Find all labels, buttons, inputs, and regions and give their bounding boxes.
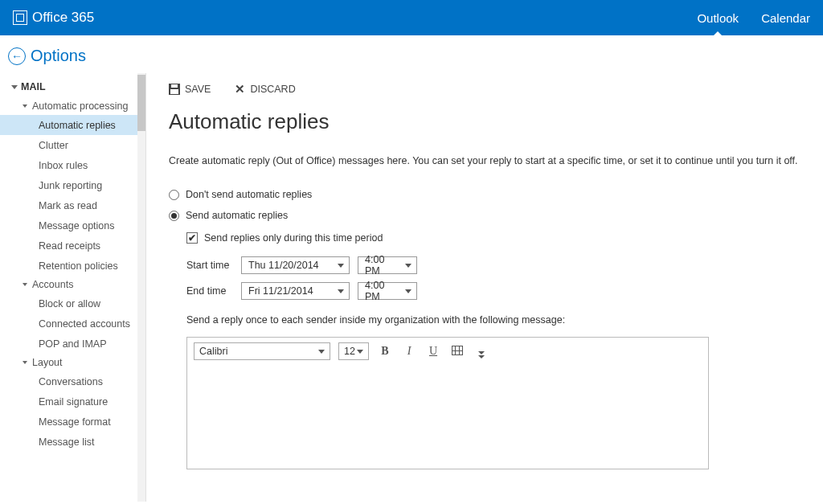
radio-dont-send[interactable]: Don't send automatic replies (169, 189, 804, 200)
chevron-down-icon (338, 264, 344, 268)
sidebar-item-pop-and-imap[interactable]: POP and IMAP (0, 334, 145, 354)
more-format-button[interactable] (473, 344, 489, 359)
end-date-combo[interactable]: Fri 11/21/2014 (241, 282, 350, 300)
nav-calendar[interactable]: Calendar (761, 11, 810, 25)
end-time-row: End time Fri 11/21/2014 4:00 PM (186, 282, 804, 300)
italic-button[interactable]: I (401, 345, 417, 358)
sidebar-item-read-receipts[interactable]: Read receipts (0, 236, 145, 256)
chevron-down-icon (318, 350, 325, 354)
sidebar-item-block-or-allow[interactable]: Block or allow (0, 293, 145, 313)
sidebar-group-accounts[interactable]: Accounts (0, 276, 145, 293)
sidebar-group-automatic-processing[interactable]: Automatic processing (0, 97, 145, 115)
sidebar-item-inbox-rules[interactable]: Inbox rules (0, 155, 145, 175)
sidebar-item-message-format[interactable]: Message format (0, 412, 145, 432)
back-icon[interactable]: ← (8, 47, 26, 65)
nav-outlook[interactable]: Outlook (697, 11, 739, 25)
checkbox-time-period[interactable]: ✔ Send replies only during this time per… (186, 232, 804, 244)
sidebar-item-connected-accounts[interactable]: Connected accounts (0, 313, 145, 334)
reply-intro-text: Send a reply once to each sender inside … (186, 314, 804, 326)
font-size-combo[interactable]: 12 (338, 342, 369, 360)
options-title[interactable]: Options (31, 47, 86, 65)
radio-icon (169, 190, 179, 200)
sidebar: MAIL Automatic processing Automatic repl… (0, 73, 146, 502)
toolbar: SAVE ✕ DISCARD (169, 80, 804, 109)
page-title: Automatic replies (169, 109, 804, 134)
app-header: Office 365 Outlook Calendar (0, 0, 823, 35)
reply-editor[interactable]: Calibri 12 B I U (186, 337, 709, 469)
save-icon (169, 84, 180, 95)
sidebar-top-label: MAIL (21, 81, 46, 92)
sidebar-group-layout[interactable]: Layout (0, 354, 145, 371)
chevron-down-icon (405, 289, 412, 293)
sidebar-item-conversations[interactable]: Conversations (0, 371, 145, 391)
caret-down-icon (23, 283, 27, 286)
sidebar-item-automatic-replies[interactable]: Automatic replies (0, 115, 145, 135)
header-nav: Outlook Calendar (697, 11, 810, 25)
chevron-down-icon (405, 264, 412, 268)
radio-checked-icon (169, 211, 179, 221)
sidebar-item-junk-reporting[interactable]: Junk reporting (0, 175, 145, 195)
sidebar-item-mark-as-read[interactable]: Mark as read (0, 195, 145, 215)
sidebar-item-message-list[interactable]: Message list (0, 432, 145, 452)
font-family-combo[interactable]: Calibri (194, 342, 330, 360)
checkbox-checked-icon: ✔ (186, 232, 198, 244)
underline-button[interactable]: U (425, 345, 441, 358)
caret-down-icon (23, 361, 27, 364)
sidebar-item-email-signature[interactable]: Email signature (0, 391, 145, 412)
sidebar-item-message-options[interactable]: Message options (0, 215, 145, 236)
double-chevron-down-icon (478, 351, 485, 359)
product-name: Office 365 (32, 10, 94, 26)
start-date-combo[interactable]: Thu 11/20/2014 (241, 256, 350, 274)
start-time-label: Start time (186, 260, 233, 271)
chevron-down-icon (357, 350, 363, 354)
sidebar-scrollbar[interactable] (137, 73, 145, 502)
bold-button[interactable]: B (377, 345, 393, 358)
radio-send[interactable]: Send automatic replies (169, 210, 804, 221)
sidebar-item-clutter[interactable]: Clutter (0, 135, 145, 155)
start-time-combo[interactable]: 4:00 PM (358, 256, 417, 274)
caret-down-icon (23, 104, 27, 108)
chevron-down-icon (338, 289, 344, 293)
end-time-combo[interactable]: 4:00 PM (358, 282, 417, 300)
table-button[interactable] (449, 345, 465, 358)
product-logo: Office 365 (13, 10, 94, 26)
end-time-label: End time (186, 285, 233, 297)
sidebar-section-mail[interactable]: MAIL (0, 76, 145, 97)
discard-icon: ✕ (235, 83, 245, 95)
discard-button[interactable]: ✕ DISCARD (235, 83, 295, 95)
options-header: ← Options (0, 35, 823, 73)
caret-down-icon (11, 85, 18, 89)
office-icon (13, 10, 27, 25)
editor-toolbar: Calibri 12 B I U (187, 338, 708, 365)
table-icon (452, 346, 463, 355)
save-button[interactable]: SAVE (169, 83, 211, 95)
sidebar-item-retention-policies[interactable]: Retention policies (0, 256, 145, 276)
content-area: SAVE ✕ DISCARD Automatic replies Create … (146, 73, 823, 502)
start-time-row: Start time Thu 11/20/2014 4:00 PM (186, 256, 804, 274)
sidebar-scroll-thumb[interactable] (137, 75, 145, 131)
page-description: Create automatic reply (Out of Office) m… (169, 155, 804, 166)
